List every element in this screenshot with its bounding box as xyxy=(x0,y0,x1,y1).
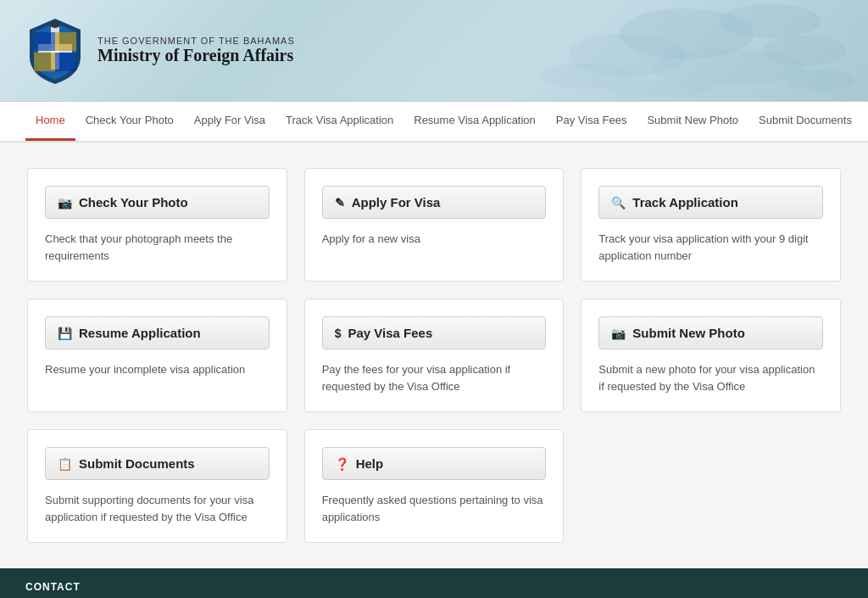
card-btn-help[interactable]: ❓ Help xyxy=(322,447,547,480)
svg-point-6 xyxy=(787,70,854,90)
header: THE GOVERNMENT OF THE BAHAMAS Ministry o… xyxy=(0,0,868,102)
icon-submit-photo: 📷 xyxy=(611,327,626,340)
card-resume-application[interactable]: 💾 Resume Application Resume your incompl… xyxy=(27,299,287,412)
card-label-track-application: Track Application xyxy=(632,195,737,210)
icon-apply-visa: ✎ xyxy=(335,196,345,210)
card-submit-photo[interactable]: 📷 Submit New Photo Submit a new photo fo… xyxy=(581,299,841,412)
svg-rect-13 xyxy=(55,53,76,71)
card-track-application[interactable]: 🔍 Track Application Track your visa appl… xyxy=(581,168,841,282)
svg-point-7 xyxy=(607,80,716,97)
card-desc-check-photo: Check that your photograph meets the req… xyxy=(45,231,270,264)
nav-submit-photo[interactable]: Submit New Photo xyxy=(637,102,748,141)
footer-contact-label: CONTACT xyxy=(25,581,843,593)
card-apply-visa[interactable]: ✎ Apply For Visa Apply for a new visa xyxy=(304,168,565,282)
main-nav: Home Check Your Photo Apply For Visa Tra… xyxy=(0,102,868,143)
icon-help: ❓ xyxy=(335,457,349,471)
card-desc-submit-photo: Submit a new photo for your visa applica… xyxy=(598,361,823,394)
svg-point-1 xyxy=(721,4,821,38)
card-desc-help: Frequently asked questions pertaining to… xyxy=(322,492,547,525)
header-text: THE GOVERNMENT OF THE BAHAMAS Ministry o… xyxy=(97,36,295,65)
card-desc-pay-fees: Pay the fees for your visa application i… xyxy=(322,361,547,394)
card-desc-apply-visa: Apply for a new visa xyxy=(322,231,547,248)
svg-rect-11 xyxy=(55,32,76,51)
card-label-help: Help xyxy=(356,456,384,471)
nav-pay-fees[interactable]: Pay Visa Fees xyxy=(546,102,637,141)
nav-home[interactable]: Home xyxy=(25,102,75,141)
card-btn-submit-photo[interactable]: 📷 Submit New Photo xyxy=(598,316,823,349)
card-pay-fees[interactable]: $ Pay Visa Fees Pay the fees for your vi… xyxy=(304,299,565,412)
ministry-name: Ministry of Foreign Affairs xyxy=(97,46,295,65)
nav-check-photo[interactable]: Check Your Photo xyxy=(75,102,184,141)
card-label-check-photo: Check Your Photo xyxy=(79,195,188,210)
nav-apply-visa[interactable]: Apply For Visa xyxy=(184,102,275,141)
card-btn-track-application[interactable]: 🔍 Track Application xyxy=(598,186,823,219)
icon-track-application: 🔍 xyxy=(611,196,626,210)
card-desc-resume-application: Resume your incomplete visa application xyxy=(45,361,270,378)
card-desc-track-application: Track your visa application with your 9 … xyxy=(598,231,823,264)
card-label-submit-photo: Submit New Photo xyxy=(632,326,745,340)
card-help[interactable]: ❓ Help Frequently asked questions pertai… xyxy=(304,429,565,543)
card-submit-documents[interactable]: 📋 Submit Documents Submit supporting doc… xyxy=(27,429,287,543)
main-content: 📷 Check Your Photo Check that your photo… xyxy=(0,143,868,568)
gov-name: THE GOVERNMENT OF THE BAHAMAS xyxy=(97,36,295,46)
cards-grid: 📷 Check Your Photo Check that your photo… xyxy=(27,168,841,543)
card-check-photo[interactable]: 📷 Check Your Photo Check that your photo… xyxy=(27,168,287,282)
nav-help[interactable]: Help xyxy=(862,102,868,141)
icon-submit-documents: 📋 xyxy=(58,457,72,471)
icon-check-photo: 📷 xyxy=(58,196,72,210)
svg-point-14 xyxy=(51,21,59,28)
icon-resume-application: 💾 xyxy=(58,327,72,340)
card-label-apply-visa: Apply For Visa xyxy=(352,195,441,210)
card-desc-submit-documents: Submit supporting documents for your vis… xyxy=(45,492,270,525)
svg-rect-12 xyxy=(34,53,55,71)
card-btn-check-photo[interactable]: 📷 Check Your Photo xyxy=(45,186,270,219)
nav-submit-documents[interactable]: Submit Documents xyxy=(748,102,862,141)
nav-track-application[interactable]: Track Visa Application xyxy=(275,102,403,141)
card-label-resume-application: Resume Application xyxy=(79,326,201,340)
svg-rect-10 xyxy=(34,32,55,51)
card-btn-apply-visa[interactable]: ✎ Apply For Visa xyxy=(322,186,547,219)
card-label-submit-documents: Submit Documents xyxy=(79,456,195,471)
card-btn-submit-documents[interactable]: 📋 Submit Documents xyxy=(45,447,270,480)
nav-resume-application[interactable]: Resume Visa Application xyxy=(403,102,546,141)
card-btn-resume-application[interactable]: 💾 Resume Application xyxy=(45,316,270,349)
map-background xyxy=(303,0,868,101)
icon-pay-fees: $ xyxy=(335,327,342,340)
card-label-pay-fees: Pay Visa Fees xyxy=(348,326,432,340)
svg-point-4 xyxy=(762,36,846,66)
footer: CONTACT ☎ 1-242-323-5578 (9:00am - 5:00p… xyxy=(0,568,868,598)
card-btn-pay-fees[interactable]: $ Pay Visa Fees xyxy=(322,316,547,349)
logo xyxy=(25,14,85,87)
